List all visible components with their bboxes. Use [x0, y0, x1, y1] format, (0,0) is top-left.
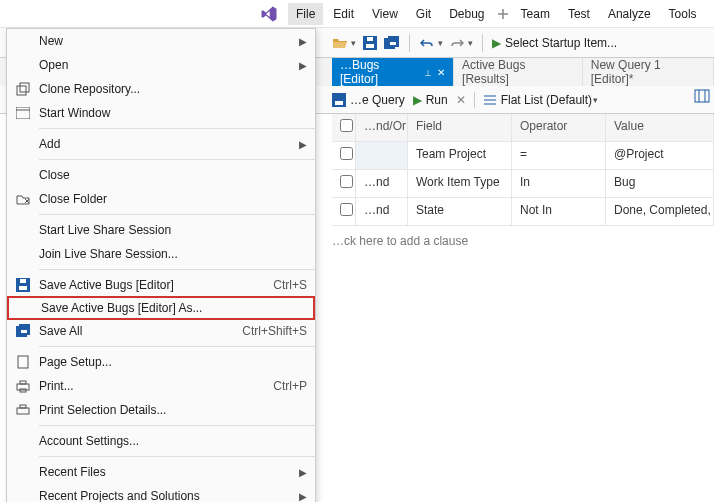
cell-operator[interactable]: In — [512, 170, 606, 197]
menu-print[interactable]: Print...Ctrl+P — [7, 374, 315, 398]
add-icon[interactable] — [495, 6, 511, 22]
cell-operator[interactable]: Not In — [512, 198, 606, 225]
dropdown-icon[interactable]: ▾ — [468, 38, 473, 48]
page-setup-icon — [13, 354, 33, 370]
columns-icon[interactable] — [694, 88, 710, 104]
menu-recent-files[interactable]: Recent Files▶ — [7, 460, 315, 484]
dropdown-icon[interactable]: ▾ — [351, 38, 356, 48]
cell-value[interactable]: Done, Completed, — [606, 198, 714, 225]
cell-value[interactable]: @Project — [606, 142, 714, 169]
tab-active-bugs-results[interactable]: Active Bugs [Results] — [454, 58, 583, 86]
svg-rect-20 — [20, 381, 26, 384]
cell-andor[interactable]: …nd — [356, 198, 408, 225]
run-label: Run — [426, 93, 448, 107]
col-value[interactable]: Value — [606, 114, 714, 141]
add-clause-hint[interactable]: …ck here to add a clause — [332, 226, 714, 248]
svg-rect-8 — [695, 90, 709, 102]
menu-recent-projects[interactable]: Recent Projects and Solutions▶ — [7, 484, 315, 502]
menu-test[interactable]: Test — [560, 3, 598, 25]
menu-edit[interactable]: Edit — [325, 3, 362, 25]
separator — [39, 159, 315, 160]
checkbox[interactable] — [340, 119, 353, 132]
menu-join-live-share[interactable]: Join Live Share Session... — [7, 242, 315, 266]
startup-selector[interactable]: ▶ Select Startup Item... — [492, 36, 617, 50]
menu-save-as[interactable]: Save Active Bugs [Editor] As... — [7, 296, 315, 320]
menu-file[interactable]: File — [288, 3, 323, 25]
menu-team[interactable]: Team — [513, 3, 558, 25]
undo-icon[interactable] — [419, 35, 435, 51]
cell-value[interactable]: Bug — [606, 170, 714, 197]
col-field[interactable]: Field — [408, 114, 512, 141]
menu-start-window[interactable]: Start Window — [7, 101, 315, 125]
menu-clone-repo[interactable]: Clone Repository... — [7, 77, 315, 101]
menu-print-selection[interactable]: Print Selection Details... — [7, 398, 315, 422]
play-icon: ▶ — [413, 93, 422, 107]
tab-label: Active Bugs [Results] — [462, 58, 574, 86]
menu-view[interactable]: View — [364, 3, 406, 25]
separator — [39, 214, 315, 215]
menu-page-setup[interactable]: Page Setup... — [7, 350, 315, 374]
save-query-button[interactable]: …e Query — [332, 93, 405, 107]
menubar: File Edit View Git Debug Team Test Analy… — [0, 0, 714, 28]
svg-rect-7 — [335, 101, 343, 105]
separator — [474, 92, 475, 108]
menu-open[interactable]: Open▶ — [7, 53, 315, 77]
svg-rect-22 — [17, 408, 29, 414]
menu-close-folder[interactable]: Close Folder — [7, 187, 315, 211]
checkbox[interactable] — [340, 147, 353, 160]
col-operator[interactable]: Operator — [512, 114, 606, 141]
close-icon[interactable]: ✕ — [456, 93, 466, 107]
separator — [39, 269, 315, 270]
menu-tools[interactable]: Tools — [661, 3, 705, 25]
col-andor[interactable]: …nd/Or — [356, 114, 408, 141]
menu-git[interactable]: Git — [408, 3, 439, 25]
save-icon[interactable] — [362, 35, 378, 51]
tab-active-bugs-editor[interactable]: …Bugs [Editor] ⟂ ✕ — [332, 58, 454, 86]
cell-check[interactable] — [332, 170, 356, 197]
dropdown-icon[interactable]: ▾ — [438, 38, 443, 48]
cell-andor[interactable] — [356, 142, 408, 169]
open-icon[interactable] — [332, 35, 348, 51]
close-icon[interactable]: ✕ — [437, 67, 445, 78]
view-mode-label: Flat List (Default) — [501, 93, 592, 107]
save-query-label: …e Query — [350, 93, 405, 107]
cell-field[interactable]: Team Project — [408, 142, 512, 169]
menu-save[interactable]: Save Active Bugs [Editor]Ctrl+S — [7, 273, 315, 297]
cell-operator[interactable]: = — [512, 142, 606, 169]
grid-header: …nd/Or Field Operator Value — [332, 114, 714, 142]
list-icon — [483, 94, 497, 106]
menu-account-settings[interactable]: Account Settings... — [7, 429, 315, 453]
menu-debug[interactable]: Debug — [441, 3, 492, 25]
menu-add[interactable]: Add▶ — [7, 132, 315, 156]
menu-analyze[interactable]: Analyze — [600, 3, 659, 25]
menu-save-all[interactable]: Save AllCtrl+Shift+S — [7, 319, 315, 343]
svg-rect-13 — [19, 286, 27, 290]
cell-check[interactable] — [332, 142, 356, 169]
menu-close[interactable]: Close — [7, 163, 315, 187]
svg-rect-14 — [20, 279, 26, 283]
grid-row[interactable]: …nd State Not In Done, Completed, — [332, 198, 714, 226]
tab-label: New Query 1 [Editor]* — [591, 58, 705, 86]
run-button[interactable]: ▶ Run — [413, 93, 448, 107]
svg-rect-4 — [388, 36, 399, 47]
submenu-arrow-icon: ▶ — [299, 60, 307, 71]
redo-icon[interactable] — [449, 35, 465, 51]
tab-new-query[interactable]: New Query 1 [Editor]* — [583, 58, 714, 86]
view-mode-select[interactable]: Flat List (Default) ▾ — [483, 93, 598, 107]
menu-new[interactable]: New▶ — [7, 29, 315, 53]
dropdown-icon: ▾ — [593, 95, 598, 105]
menu-start-live-share[interactable]: Start Live Share Session — [7, 218, 315, 242]
vs-logo-icon — [260, 5, 278, 23]
cell-andor[interactable]: …nd — [356, 170, 408, 197]
col-check[interactable] — [332, 114, 356, 141]
submenu-arrow-icon: ▶ — [299, 491, 307, 502]
checkbox[interactable] — [340, 203, 353, 216]
grid-row[interactable]: Team Project = @Project — [332, 142, 714, 170]
checkbox[interactable] — [340, 175, 353, 188]
pin-icon[interactable]: ⟂ — [425, 67, 431, 78]
cell-field[interactable]: Work Item Type — [408, 170, 512, 197]
save-all-icon[interactable] — [384, 35, 400, 51]
grid-row[interactable]: …nd Work Item Type In Bug — [332, 170, 714, 198]
cell-field[interactable]: State — [408, 198, 512, 225]
cell-check[interactable] — [332, 198, 356, 225]
